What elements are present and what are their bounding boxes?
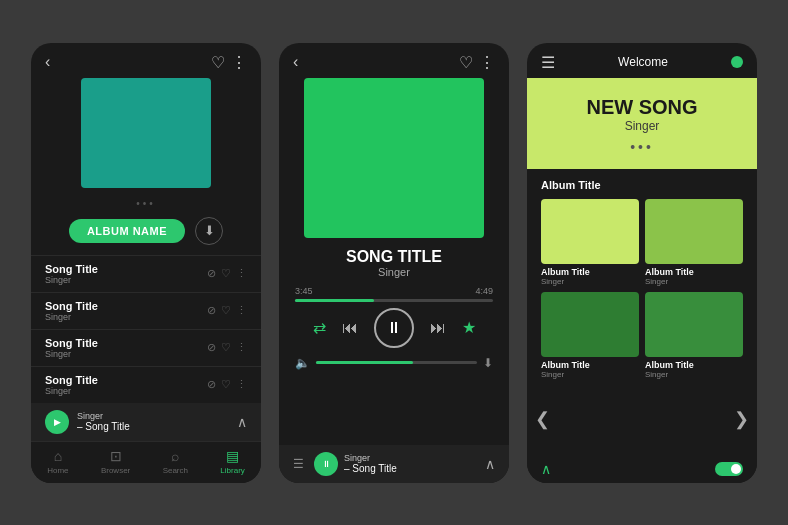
play-icon: ▶ — [54, 417, 61, 427]
block-icon[interactable]: ⊘ — [207, 341, 216, 354]
pause-button[interactable]: ⏸ — [314, 452, 338, 476]
p2-header: ‹ ♡ ⋮ — [279, 43, 509, 78]
album-name-button[interactable]: ALBUM NAME — [69, 219, 185, 243]
np-singer: Singer — [344, 453, 397, 463]
search-icon: ⌕ — [171, 448, 179, 464]
back-icon[interactable]: ‹ — [293, 53, 298, 71]
progress-fill — [295, 299, 374, 302]
nav-browser[interactable]: ⊡ Browser — [101, 448, 130, 475]
album-title: Album Title — [645, 360, 743, 370]
np-left: ▶ Singer – Song Title — [45, 410, 130, 434]
next-button[interactable]: ⏭ — [430, 319, 446, 337]
album-section: Album Title Album Title Singer Album Tit… — [527, 169, 757, 383]
browser-icon: ⊡ — [110, 448, 122, 464]
phone-2: ‹ ♡ ⋮ SONG TITLE Singer 3:45 4:49 ⇄ ⏮ ⏸ … — [279, 43, 509, 483]
volume-icon: 🔈 — [295, 356, 310, 370]
bottom-nav: ⌂ Home ⊡ Browser ⌕ Search ▤ Library — [31, 441, 261, 483]
song-item[interactable]: Song Title Singer ⊘ ♡ ⋮ — [31, 255, 261, 292]
song-icons: ⊘ ♡ ⋮ — [207, 267, 247, 280]
block-icon[interactable]: ⊘ — [207, 267, 216, 280]
like-icon[interactable]: ♡ — [221, 341, 231, 354]
time-row: 3:45 4:49 — [295, 286, 493, 296]
more-icon[interactable]: ⋮ — [231, 53, 247, 72]
more-icon[interactable]: ⋮ — [236, 304, 247, 317]
menu-lines-icon[interactable]: ☰ — [293, 457, 304, 471]
np-singer: Singer — [77, 411, 130, 421]
download-icon[interactable]: ⬇ — [483, 356, 493, 370]
song-title: SONG TITLE — [279, 248, 509, 266]
prev-button[interactable]: ⏮ — [342, 319, 358, 337]
album-item[interactable]: Album Title Singer — [541, 199, 639, 286]
album-dots: ••• — [31, 198, 261, 209]
next-nav-icon[interactable]: ❯ — [734, 408, 749, 430]
now-playing-bar[interactable]: ▶ Singer – Song Title ∧ — [31, 403, 261, 441]
more-icon[interactable]: ⋮ — [236, 378, 247, 391]
progress-bar[interactable] — [295, 299, 493, 302]
download-button[interactable]: ⬇ — [195, 217, 223, 245]
album-item[interactable]: Album Title Singer — [645, 199, 743, 286]
chevron-up-icon[interactable]: ∧ — [541, 461, 551, 477]
song-singer: Singer — [45, 312, 98, 322]
song-info: Song Title Singer — [45, 374, 98, 396]
nav-search[interactable]: ⌕ Search — [163, 448, 188, 475]
chevron-up-icon[interactable]: ∧ — [485, 456, 495, 472]
album-singer: Singer — [645, 277, 743, 286]
playback-controls: ⇄ ⏮ ⏸ ⏭ ★ — [279, 308, 509, 348]
block-icon[interactable]: ⊘ — [207, 378, 216, 391]
toggle-switch[interactable] — [715, 462, 743, 476]
volume-fill — [316, 361, 413, 364]
prev-nav-icon[interactable]: ❮ — [535, 408, 550, 430]
like-icon[interactable]: ♡ — [221, 304, 231, 317]
time-total: 4:49 — [475, 286, 493, 296]
album-thumb — [541, 292, 639, 357]
heart-icon[interactable]: ♡ — [459, 53, 473, 72]
album-btn-row: ALBUM NAME ⬇ — [31, 217, 261, 245]
like-icon[interactable]: ♡ — [221, 267, 231, 280]
menu-icon[interactable]: ☰ — [541, 53, 555, 72]
volume-bar[interactable] — [316, 361, 477, 364]
hero-dots: ••• — [541, 139, 743, 155]
more-icon[interactable]: ⋮ — [236, 267, 247, 280]
np-left: ☰ ⏸ Singer – Song Title — [293, 452, 397, 476]
song-item[interactable]: Song Title Singer ⊘ ♡ ⋮ — [31, 366, 261, 403]
album-singer: Singer — [645, 370, 743, 379]
p3-header: ☰ Welcome — [527, 43, 757, 78]
album-title: Album Title — [645, 267, 743, 277]
volume-area: 🔈 ⬇ — [279, 356, 509, 370]
more-icon[interactable]: ⋮ — [479, 53, 495, 72]
nav-home[interactable]: ⌂ Home — [47, 448, 68, 475]
nav-browser-label: Browser — [101, 466, 130, 475]
song-icons: ⊘ ♡ ⋮ — [207, 341, 247, 354]
song-singer: Singer — [45, 386, 98, 396]
album-thumb — [645, 292, 743, 357]
song-info-center: SONG TITLE Singer — [279, 248, 509, 278]
album-item[interactable]: Album Title Singer — [541, 292, 639, 379]
play-pause-button[interactable]: ⏸ — [374, 308, 414, 348]
nav-library[interactable]: ▤ Library — [220, 448, 244, 475]
song-item[interactable]: Song Title Singer ⊘ ♡ ⋮ — [31, 292, 261, 329]
back-icon[interactable]: ‹ — [45, 53, 50, 71]
album-singer: Singer — [541, 277, 639, 286]
album-item[interactable]: Album Title Singer — [645, 292, 743, 379]
now-playing-bar[interactable]: ☰ ⏸ Singer – Song Title ∧ — [279, 445, 509, 483]
shuffle-button[interactable]: ⇄ — [313, 318, 326, 337]
heart-icon[interactable]: ♡ — [211, 53, 225, 72]
more-icon[interactable]: ⋮ — [236, 341, 247, 354]
p1-header: ‹ ♡ ⋮ — [31, 43, 261, 78]
phone-1: ‹ ♡ ⋮ ••• ALBUM NAME ⬇ Song Title Singer… — [31, 43, 261, 483]
np-song: – Song Title — [77, 421, 130, 432]
album-title: Album Title — [541, 267, 639, 277]
album-thumb — [541, 199, 639, 264]
album-art — [81, 78, 211, 188]
play-dot[interactable]: ▶ — [45, 410, 69, 434]
like-icon[interactable]: ♡ — [221, 378, 231, 391]
song-title: Song Title — [45, 263, 98, 275]
time-elapsed: 3:45 — [295, 286, 313, 296]
np-text: Singer – Song Title — [77, 411, 130, 432]
song-item[interactable]: Song Title Singer ⊘ ♡ ⋮ — [31, 329, 261, 366]
star-button[interactable]: ★ — [462, 318, 476, 337]
album-art — [304, 78, 484, 238]
chevron-up-icon[interactable]: ∧ — [237, 414, 247, 430]
song-info: Song Title Singer — [45, 300, 98, 322]
block-icon[interactable]: ⊘ — [207, 304, 216, 317]
